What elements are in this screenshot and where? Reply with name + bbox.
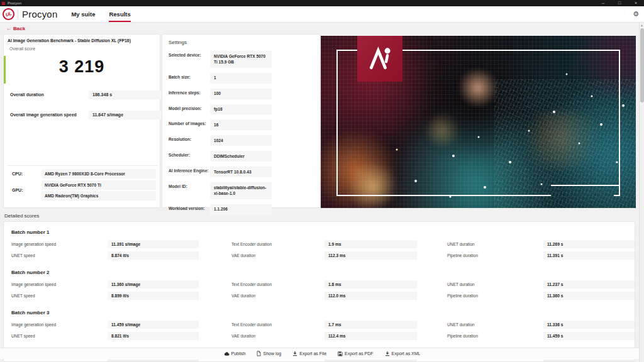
frame-line [336,50,338,196]
detail-label: UNET speed [11,334,108,338]
setting-label: Model precision: [169,104,210,115]
footer-button-label: Show log [263,351,281,356]
detail-value: 8.899 it/s [108,292,199,300]
detail-value: 11.237 s [543,280,635,288]
footer-toolbar: Publish Show log Export as File Export a… [0,348,644,359]
detail-value: 11.336 s [543,321,635,329]
settings-card: Settings Selected device: NVIDIA GeForce… [162,34,320,208]
batch-title: Batch number 3 [11,310,627,315]
download-icon [385,351,390,356]
detail-label: Image generation speed [11,242,108,246]
hardware-row-cpu: CPU: AMD Ryzen 7 9800X3D 8-Core Processo… [7,169,157,178]
app-icon [2,2,5,5]
detailed-scores-heading: Detailed scores [4,213,39,219]
scrollbar[interactable]: ▲ [639,23,644,362]
next-row-peek [11,359,628,362]
detail-label: UNET duration [417,242,543,246]
window-titlebar: Procyon – □ × [0,0,644,6]
settings-row: Model ID: stabilityai/stable-diffusion-x… [169,182,313,199]
save-icon [338,351,343,356]
settings-row: Number of images: 16 [169,119,313,130]
setting-label: Model ID: [169,182,210,199]
tab-my-suite[interactable]: My suite [71,6,95,23]
batch-section: Batch number 1 Image generation speed 11… [11,229,627,260]
document-icon [257,351,261,356]
detail-row: Image generation speed 11.459 s/image Te… [11,321,627,329]
setting-value: 1024 [210,135,272,146]
hardware-box: CPU: AMD Ryzen 7 9800X3D 8-Core Processo… [7,165,157,204]
cloud-upload-icon [224,351,230,356]
back-button[interactable]: ← Back [6,26,25,31]
download-icon [292,351,297,356]
setting-value: TensorRT 10.8.0.43 [210,167,272,177]
detail-label: VAE duration [199,293,325,298]
detail-label: Pipeline duration [417,293,543,298]
detail-label: UNET speed [11,293,108,298]
detail-label: Pipeline duration [417,253,543,258]
navbar: UL Procyon My suite Results ⚙ [0,6,644,23]
detail-label: Pipeline duration [417,334,543,338]
setting-value: stabilityai/stable-diffusion-xl-base-1.0 [210,182,272,199]
detail-value: 11.269 s [543,240,635,248]
gear-icon[interactable]: ⚙ [633,11,639,18]
detail-label: UNET duration [417,322,543,327]
setting-label: Inference steps: [169,89,210,99]
publish-button[interactable]: Publish [224,351,246,356]
settings-row: Workload version: 1.1.206 [169,204,313,215]
maximize-icon[interactable]: □ [611,0,628,6]
show-log-button[interactable]: Show log [257,351,281,356]
gpu-label: GPU: [7,180,42,200]
footer-button-label: Export as PDF [345,351,374,356]
metric-row-duration: Overall duration 186.348 s [7,90,158,99]
minimize-icon[interactable]: – [595,0,611,6]
detailed-scores-card: Batch number 1 Image generation speed 11… [3,221,635,362]
setting-value: 1 [210,73,272,84]
cpu-label: CPU: [7,169,42,178]
detail-label: VAE duration [199,334,325,338]
detail-value: 11.360 s/image [108,280,199,288]
overall-score-value: 3 219 [4,57,160,77]
setting-label: AI Inference Engine: [169,167,210,177]
scroll-up-icon[interactable]: ▲ [640,23,644,28]
footer-button-label: Export as File [299,351,326,356]
detail-value: 1.8 ms [325,280,417,288]
footer-button-label: Publish [231,351,246,356]
detail-row: Image generation speed 11.360 s/image Te… [11,280,627,288]
artwork-sparkles [321,36,322,37]
setting-label: Workload version: [169,204,210,215]
close-icon[interactable]: × [628,0,644,6]
detail-label: Text Encoder duration [199,242,325,246]
gpu-value: NVIDIA GeForce RTX 5070 Ti [42,180,156,190]
detail-value: 11.360 s [543,292,635,300]
export-as-pdf-button[interactable]: Export as PDF [338,351,374,356]
tab-results[interactable]: Results [109,6,130,23]
settings-row: Scheduler: DDIMScheduler [169,151,313,162]
metric-value: 186.348 s [89,90,162,99]
detail-row: UNET speed 8.899 it/s VAE duration 112.0… [11,292,627,300]
hardware-row-gpu: GPU: NVIDIA GeForce RTX 5070 Ti AMD Rade… [7,180,157,200]
setting-label: Batch size: [169,73,210,84]
nav-divider [18,9,18,19]
detail-value: 1.9 ms [325,240,417,248]
export-as-file-button[interactable]: Export as File [292,351,326,356]
window-title: Procyon [8,1,21,5]
detail-value: 112.3 ms [325,251,417,260]
settings-row: Inference steps: 100 [169,89,313,99]
detail-label: Text Encoder duration [199,282,325,287]
export-as-xml-button[interactable]: Export as XML [385,351,421,356]
setting-label: Number of images: [169,119,210,130]
ul-logo: UL [3,8,14,20]
detail-value: 112.4 ms [325,332,417,340]
frame-line [614,195,620,196]
ai-logo-icon [367,46,393,72]
settings-rows: Selected device: NVIDIA GeForce RTX 5070… [169,51,313,215]
settings-row: Model precision: fp16 [169,104,313,115]
detail-value: 1.7 ms [325,321,417,329]
setting-value: DDIMScheduler [210,151,272,162]
detail-label: Text Encoder duration [199,322,325,327]
detail-label: UNET speed [11,253,108,258]
batch-section: Batch number 3 Image generation speed 11… [11,310,627,340]
detail-label: Image generation speed [11,322,108,327]
scrollbar-thumb[interactable] [640,28,644,102]
settings-row: AI Inference Engine: TensorRT 10.8.0.43 [169,167,313,177]
